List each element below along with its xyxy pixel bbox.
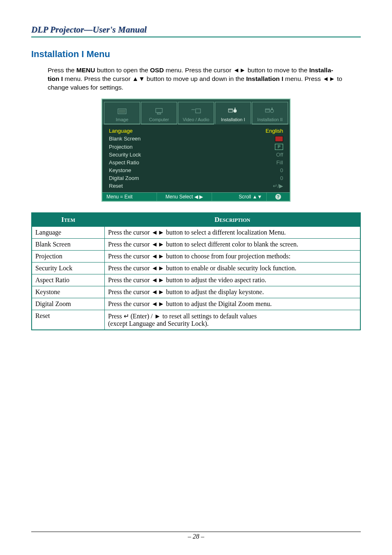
osd-item-label: Keystone	[109, 167, 131, 173]
table-header-item: Item	[32, 213, 105, 227]
osd-tab-label: Video / Audio	[179, 117, 213, 122]
osd-item-value: 0	[280, 175, 283, 181]
table-cell-item: Keystone	[32, 286, 105, 298]
osd-item-label: Projection	[109, 144, 133, 150]
installation1-icon	[216, 106, 250, 116]
osd-tab-video-audio[interactable]: Video / Audio	[178, 102, 214, 124]
osd-footer-help[interactable]: ?	[267, 193, 290, 201]
svg-rect-12	[272, 108, 272, 110]
osd-item-label: Blank Screen	[109, 136, 141, 142]
footer-rule	[31, 532, 361, 532]
table-cell-description: Press the cursor ◄► button to choose fro…	[105, 251, 361, 263]
header-title: DLP Projector—User's Manual	[31, 25, 361, 35]
osd-item-value: Fill	[276, 159, 283, 166]
osd-item[interactable]: Reset↵/▶	[106, 182, 286, 190]
osd-item[interactable]: LanguageEnglish	[106, 127, 286, 135]
osd-item-value	[275, 136, 283, 142]
osd-menu: Image Computer Video / Audio Installatio…	[101, 99, 291, 202]
intro-osd-bold: OSD	[150, 67, 164, 74]
table-cell-description: Press the cursor ◄► button to select a d…	[105, 227, 361, 239]
osd-item[interactable]: Aspect RatioFill	[106, 159, 286, 166]
video-audio-icon	[179, 106, 213, 116]
intro-text: button to open the	[95, 67, 150, 74]
image-icon	[105, 106, 139, 116]
page-number: – 28 –	[188, 533, 204, 540]
table-cell-item: Projection	[32, 251, 105, 263]
svg-rect-5	[228, 109, 233, 112]
osd-item-value: English	[265, 128, 283, 134]
osd-item-value: Off	[276, 152, 283, 158]
table-row: Aspect RatioPress the cursor ◄► button t…	[32, 274, 360, 286]
osd-item-label: Security Lock	[109, 152, 141, 158]
table-cell-item: Aspect Ratio	[32, 274, 105, 286]
table-row: LanguagePress the cursor ◄► button to se…	[32, 227, 360, 239]
projection-icon: P	[275, 144, 283, 150]
table-cell-description: Press the cursor ◄► button to adjust the…	[105, 286, 361, 298]
osd-tab-computer[interactable]: Computer	[141, 102, 177, 124]
installation2-icon	[253, 106, 287, 116]
table-row: ResetPress ↵ (Enter) / ► to reset all se…	[32, 310, 360, 330]
osd-tab-installation-1[interactable]: Installation I	[215, 102, 251, 124]
svg-rect-2	[156, 108, 162, 113]
help-icon: ?	[275, 194, 281, 200]
osd-item-label: Reset	[109, 183, 123, 189]
osd-footer-scroll: Scroll ▲▼	[212, 193, 267, 201]
table-header-description: Description	[105, 213, 361, 227]
table-cell-description: Press ↵ (Enter) / ► to reset all setting…	[105, 310, 361, 330]
osd-item-value: 0	[280, 167, 283, 173]
table-row: KeystonePress the cursor ◄► button to ad…	[32, 286, 360, 298]
osd-item-label: Aspect Ratio	[109, 159, 139, 166]
osd-tab-bar: Image Computer Video / Audio Installatio…	[102, 99, 290, 124]
osd-body: LanguageEnglishBlank ScreenProjectionPSe…	[102, 124, 290, 193]
osd-tab-image[interactable]: Image	[104, 102, 140, 124]
osd-tab-installation-2[interactable]: Installation II	[252, 102, 288, 124]
section-heading: Installation I Menu	[31, 49, 361, 60]
table-row: ProjectionPress the cursor ◄► button to …	[32, 251, 360, 263]
table-row: Digital ZoomPress the cursor ◄► button t…	[32, 298, 360, 310]
intro-text: menu. Press the cursor ▲▼ button to move…	[63, 75, 246, 82]
table-cell-item: Blank Screen	[32, 239, 105, 251]
table-row: Security LockPress the cursor ◄► button …	[32, 263, 360, 274]
osd-item-label: Digital Zoom	[109, 175, 139, 181]
intro-inst-full-bold: Installation I	[246, 75, 283, 82]
table-row: Blank ScreenPress the cursor ◄► button t…	[32, 239, 360, 251]
intro-tion-bold: tion I	[48, 75, 63, 82]
osd-tab-label: Installation II	[253, 117, 287, 122]
svg-rect-1	[119, 110, 125, 113]
table-cell-item: Language	[32, 227, 105, 239]
intro-text: menu. Press the cursor ◄► button to move…	[164, 67, 309, 74]
table-cell-item: Reset	[32, 310, 105, 330]
svg-rect-3	[157, 113, 161, 114]
osd-item[interactable]: Keystone0	[106, 166, 286, 174]
osd-item[interactable]: ProjectionP	[106, 143, 286, 151]
osd-tab-label: Image	[105, 117, 139, 122]
table-cell-item: Security Lock	[32, 263, 105, 274]
table-cell-description: Press the cursor ◄► button to select dif…	[105, 239, 361, 251]
header-rule	[31, 37, 361, 37]
osd-item-value: ↵/▶	[273, 183, 283, 189]
intro-installa-bold: Installa-	[309, 67, 333, 74]
osd-item[interactable]: Digital Zoom0	[106, 174, 286, 182]
osd-tab-label: Installation I	[216, 117, 250, 122]
intro-text: Press the	[48, 67, 76, 74]
osd-item-value: P	[275, 143, 283, 150]
color-swatch-icon	[275, 136, 283, 142]
svg-rect-8	[235, 108, 235, 110]
intro-menu-bold: MENU	[76, 67, 95, 74]
osd-item[interactable]: Security LockOff	[106, 151, 286, 159]
table-cell-item: Digital Zoom	[32, 298, 105, 310]
svg-rect-9	[265, 109, 270, 112]
computer-icon	[142, 106, 176, 116]
table-cell-description: Press the cursor ◄► button to adjust the…	[105, 274, 361, 286]
osd-footer-exit: Menu = Exit	[102, 193, 157, 201]
intro-paragraph: Press the MENU button to open the OSD me…	[48, 66, 361, 92]
table-cell-description: Press the cursor ◄► button to enable or …	[105, 263, 361, 274]
osd-tab-label: Computer	[142, 117, 176, 122]
osd-footer-select: Menu Select ◀ ▶	[157, 193, 212, 201]
osd-item-label: Language	[109, 128, 133, 134]
description-table: Item Description LanguagePress the curso…	[31, 212, 361, 330]
svg-rect-4	[196, 109, 201, 113]
table-cell-description: Press the cursor ◄► button to adjust the…	[105, 298, 361, 310]
osd-item[interactable]: Blank Screen	[106, 135, 286, 143]
page-footer: – 28 –	[31, 528, 361, 540]
